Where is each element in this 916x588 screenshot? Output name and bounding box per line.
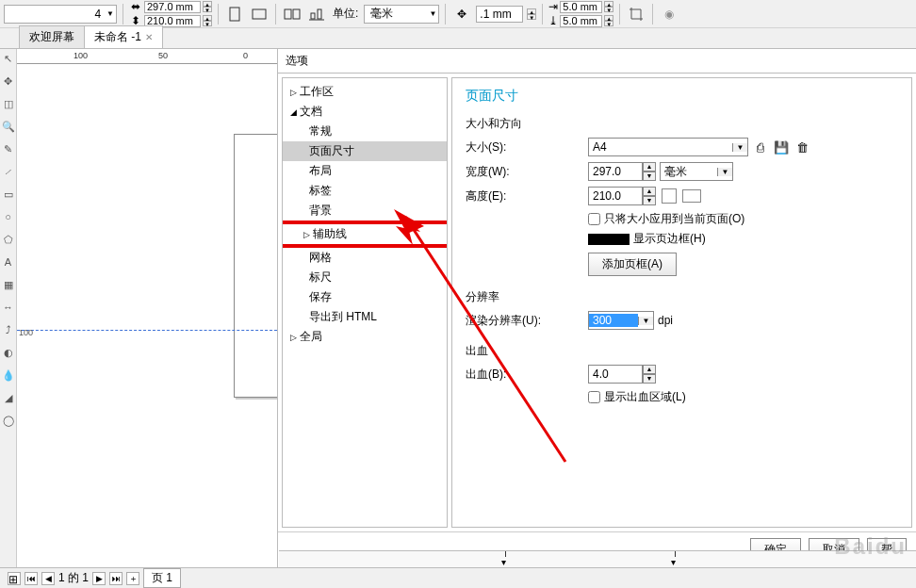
bleed-section: 出血 (466, 343, 898, 359)
dimension-tool-icon[interactable]: ↔ (2, 302, 15, 315)
size-orient-label: 大小和方向 (466, 116, 898, 132)
tree-global[interactable]: ▷全局 (283, 327, 447, 347)
tree-document[interactable]: ◢文档 (283, 102, 447, 122)
tab-welcome[interactable]: 欢迎屏幕 (19, 25, 85, 48)
rectangle-tool-icon[interactable]: ▭ (2, 188, 15, 202)
delete-icon[interactable]: 🗑 (793, 139, 810, 155)
apply-current-checkbox[interactable] (588, 213, 600, 225)
redacted-checkbox (588, 234, 630, 245)
tree-page-size[interactable]: 页面尺寸 (283, 141, 447, 161)
next-page-button[interactable]: ▶ (92, 572, 106, 585)
crop-icon[interactable] (626, 4, 646, 24)
save-icon[interactable]: 💾 (773, 139, 790, 155)
svg-rect-4 (311, 13, 315, 19)
tree-layout[interactable]: 布局 (283, 161, 447, 181)
dialog-title: 选项 (278, 49, 916, 73)
toolbox: ↖ ✥ ◫ 🔍 ✎ ⟋ ▭ ○ ⬠ A ▦ ↔ ⤴ ◐ 💧 ◢ ◯ (0, 49, 17, 567)
page-tab-1[interactable]: 页 1 (143, 568, 181, 588)
connector-tool-icon[interactable]: ⤴ (2, 324, 15, 337)
table-tool-icon[interactable]: ▦ (2, 279, 15, 292)
tree-grid[interactable]: 网格 (283, 248, 447, 268)
show-bleed-label: 显示出血区域(L) (604, 389, 686, 405)
landscape-option[interactable] (682, 189, 701, 203)
shape-tool-icon[interactable]: ✥ (2, 75, 15, 89)
tree-general[interactable]: 常规 (283, 122, 447, 141)
landscape-button[interactable] (249, 4, 270, 24)
page-size-panel: 页面尺寸 大小和方向 大小(S): A4▼ ⎙ 💾 🗑 宽度(W): ▲▼ (451, 77, 912, 528)
width-input[interactable] (588, 162, 643, 181)
effects-tool-icon[interactable]: ◐ (2, 347, 15, 360)
svg-rect-5 (318, 9, 321, 19)
status-bar: ⊞ ⏮ ◀ 1 的 1 ▶ ⏭ ＋ 页 1 (0, 567, 916, 588)
svg-rect-3 (293, 9, 300, 19)
render-res-label: 渲染分辨率(U): (466, 313, 588, 329)
resolution-section: 分辨率 (466, 289, 898, 305)
polygon-tool-icon[interactable]: ⬠ (2, 234, 15, 247)
tab-doc1[interactable]: 未命名 -1✕ (84, 25, 163, 48)
page-preset-dropdown[interactable]: 4▼ (4, 5, 117, 24)
width-icon: ⬌ (129, 0, 142, 13)
tree-rulers[interactable]: 标尺 (283, 268, 447, 287)
show-bleed-checkbox[interactable] (588, 391, 600, 403)
width-label: 宽度(W): (466, 164, 588, 180)
zoom-tool-icon[interactable]: 🔍 (2, 121, 15, 134)
tree-background[interactable]: 背景 (283, 201, 447, 220)
horizontal-ruler: 100 50 0 (17, 49, 277, 64)
pick-tool-icon[interactable]: ↖ (2, 53, 15, 66)
tree-label[interactable]: 标签 (283, 181, 447, 201)
facing-pages-icon[interactable] (282, 4, 303, 24)
add-page-button[interactable]: ＋ (126, 572, 139, 585)
eyedropper-tool-icon[interactable]: 💧 (2, 369, 15, 383)
page-dimensions: ⬌ ▲▼ ⬍ ▲▼ (129, 0, 212, 27)
portrait-button[interactable] (224, 4, 245, 24)
height-label: 高度(E): (466, 188, 588, 204)
ellipse-tool-icon[interactable]: ○ (2, 211, 15, 224)
units-dropdown[interactable]: 毫米▼ (364, 5, 439, 24)
spin-down[interactable]: ▼ (203, 7, 212, 12)
width-unit-combo[interactable]: 毫米▼ (660, 162, 733, 181)
bottom-ruler: ▾ ▾ (279, 550, 916, 567)
tree-guidelines[interactable]: ▷辅助线 (282, 224, 448, 244)
show-border-label: 显示页边框(H) (633, 231, 706, 247)
add-frame-button[interactable]: 添加页框(A) (588, 253, 677, 276)
outline-tool-icon[interactable]: ◯ (2, 415, 15, 428)
tree-save[interactable]: 保存 (283, 287, 447, 307)
save-preset-icon[interactable]: ⎙ (752, 139, 769, 155)
ruler-value: 100 (19, 328, 33, 337)
freehand-tool-icon[interactable]: ✎ (2, 143, 15, 156)
page-width-input[interactable] (144, 1, 201, 13)
options-icon[interactable]: ◉ (659, 4, 679, 24)
first-page-button[interactable]: ⏮ (25, 572, 38, 585)
size-combo[interactable]: A4▼ (588, 138, 748, 156)
dup-x-input[interactable] (560, 1, 602, 13)
tree-export-html[interactable]: 导出到 HTML (283, 307, 447, 327)
portrait-option[interactable] (662, 188, 677, 204)
spin-down[interactable]: ▼ (203, 21, 212, 26)
close-icon[interactable]: ✕ (145, 32, 153, 42)
svg-rect-2 (285, 9, 291, 19)
horizontal-guideline[interactable] (17, 330, 277, 331)
page-sorter-icon[interactable]: ⊞ (8, 572, 21, 585)
options-tree[interactable]: ▷工作区 ◢文档 常规 页面尺寸 布局 标签 背景 ▷辅助线 网格 标尺 保存 … (282, 77, 448, 528)
options-dialog: 选项 ▷工作区 ◢文档 常规 页面尺寸 布局 标签 背景 ▷辅助线 网格 标尺 … (277, 49, 916, 567)
canvas[interactable]: 100 50 0 100 (17, 49, 277, 567)
bleed-label: 出血(B): (466, 367, 588, 383)
bleed-input[interactable] (588, 365, 643, 384)
crop-tool-icon[interactable]: ◫ (2, 98, 15, 111)
dup-x-icon: ⇥ (548, 0, 558, 13)
last-page-button[interactable]: ⏭ (109, 572, 123, 585)
fill-tool-icon[interactable]: ◢ (2, 392, 15, 405)
height-input[interactable] (588, 187, 643, 205)
render-res-combo[interactable]: 300▼ (588, 311, 654, 330)
align-bottom-icon[interactable] (306, 4, 327, 24)
prev-page-button[interactable]: ◀ (41, 572, 55, 585)
tree-workspace[interactable]: ▷工作区 (283, 82, 447, 102)
nudge-input[interactable] (476, 6, 523, 23)
property-bar: 4▼ ⬌ ▲▼ ⬍ ▲▼ 单位: 毫米▼ ✥ ▲▼ ⇥▲▼ ⤓▲▼ ◉ (0, 0, 916, 28)
smart-tool-icon[interactable]: ⟋ (2, 166, 15, 179)
spin-down[interactable]: ▼ (527, 14, 536, 20)
dup-y-input[interactable] (560, 15, 602, 27)
units-label: 单位: (331, 6, 360, 22)
text-tool-icon[interactable]: A (2, 256, 15, 270)
page-rectangle (234, 134, 277, 398)
